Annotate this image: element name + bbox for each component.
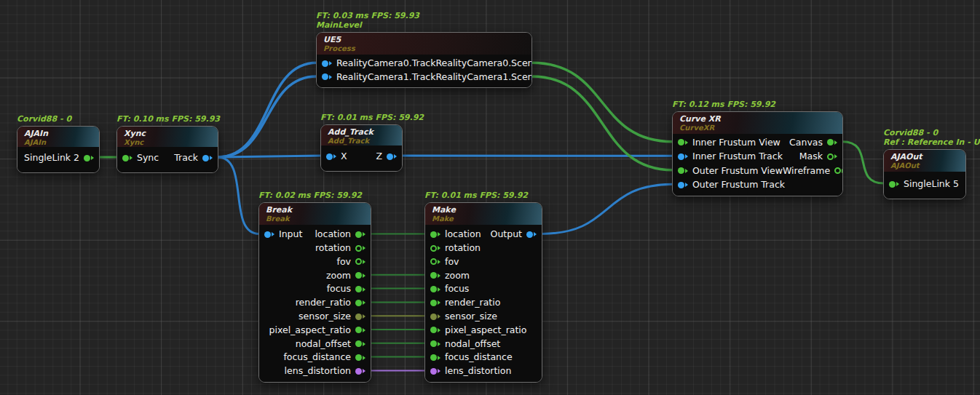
wire-xync-to-addtrack[interactable]	[218, 156, 321, 157]
port-outer-frustum-view-icon[interactable]	[678, 167, 688, 174]
output-mask[interactable]: Mask	[799, 152, 837, 161]
port-realitycamera0-track-icon[interactable]	[322, 60, 332, 67]
input-input[interactable]: Input	[264, 230, 302, 239]
input-outer-frustum-track[interactable]: Outer Frustum Track	[678, 180, 785, 190]
input-nodal-offset[interactable]: nodal_offset	[430, 340, 500, 349]
output-zoom[interactable]: zoom	[326, 271, 365, 281]
port-zoom-icon[interactable]	[355, 272, 365, 279]
port-nodal-offset-icon[interactable]	[430, 340, 440, 347]
output-canvas[interactable]: Canvas	[789, 138, 837, 148]
output-pixel-aspect-ratio[interactable]: pixel_aspect_ratio	[269, 326, 365, 335]
node-header[interactable]: BreakBreak	[259, 203, 371, 225]
port-location-icon[interactable]	[430, 231, 440, 238]
port-rotation-icon[interactable]	[430, 245, 440, 252]
input-realitycamera1-track[interactable]: RealityCamera1.Track	[322, 73, 435, 82]
node-header[interactable]: XyncXync	[117, 127, 218, 147]
input-focus[interactable]: focus	[430, 284, 469, 294]
port-singlelink-2-icon[interactable]	[84, 155, 94, 161]
input-x[interactable]: X	[326, 152, 347, 161]
input-inner-frustum-track[interactable]: Inner Frustum Track	[678, 152, 783, 161]
port-sensor-size-icon[interactable]	[430, 314, 440, 320]
input-sync[interactable]: Sync	[122, 153, 159, 163]
node-ajain[interactable]: AJAInAJAInSingleLink 2	[17, 126, 100, 173]
input-zoom[interactable]: zoom	[430, 271, 470, 281]
port-output-icon[interactable]	[526, 231, 537, 238]
output-focus-distance[interactable]: focus_distance	[283, 353, 365, 362]
port-nodal-offset-icon[interactable]	[355, 340, 365, 347]
port-singlelink-5-icon[interactable]	[889, 181, 899, 188]
node-xync[interactable]: XyncXyncSyncTrack	[116, 126, 218, 173]
input-fov[interactable]: fov	[430, 258, 459, 267]
input-render-ratio[interactable]: render_ratio	[430, 298, 500, 308]
output-sensor-size[interactable]: sensor_size	[299, 312, 365, 322]
output-singlelink-2[interactable]: SingleLink 2	[24, 153, 94, 163]
port-lens-distortion-icon[interactable]	[430, 368, 440, 375]
wire-xync-to-break[interactable]	[218, 157, 259, 234]
wire-curvexr-to-ajaout[interactable]	[842, 142, 884, 183]
port-outer-frustum-track-icon[interactable]	[678, 182, 688, 188]
input-location[interactable]: location	[430, 230, 481, 239]
node-header[interactable]: Curve XRCurveXR	[673, 112, 842, 134]
node-graph-canvas[interactable]: Corvid88 - 0AJAInAJAInSingleLink 2FT: 0.…	[0, 0, 980, 395]
node-header[interactable]: Add_TrackAdd_Track	[321, 125, 402, 145]
output-output[interactable]: Output	[491, 230, 537, 239]
port-focus-icon[interactable]	[355, 286, 365, 292]
port-inner-frustum-view-icon[interactable]	[678, 139, 688, 145]
node-addtrack[interactable]: Add_TrackAdd_TrackXZ	[320, 124, 403, 172]
node-header[interactable]: AJAOutAJAOut	[884, 150, 965, 172]
port-zoom-icon[interactable]	[430, 272, 440, 279]
port-lens-distortion-icon[interactable]	[355, 368, 365, 375]
output-realitycamera0-scene[interactable]: RealityCamera0.Scene	[435, 59, 532, 68]
node-ue5[interactable]: UE5ProcessRealityCamera0.TrackRealityCam…	[316, 32, 532, 88]
node-curvexr[interactable]: Curve XRCurveXRInner Frustum ViewCanvasI…	[672, 111, 843, 196]
node-header[interactable]: MakeMake	[425, 203, 542, 225]
output-realitycamera1-scene[interactable]: RealityCamera1.Scene	[435, 73, 532, 82]
input-pixel-aspect-ratio[interactable]: pixel_aspect_ratio	[430, 326, 526, 335]
input-inner-frustum-view[interactable]: Inner Frustum View	[678, 138, 781, 148]
input-realitycamera0-track[interactable]: RealityCamera0.Track	[322, 59, 435, 68]
port-sync-icon[interactable]	[122, 155, 133, 161]
output-lens-distortion[interactable]: lens_distortion	[285, 367, 365, 376]
output-track[interactable]: Track	[174, 153, 213, 163]
input-rotation[interactable]: rotation	[430, 244, 481, 253]
wire-xync-to-ue5[interactable]	[218, 63, 317, 157]
port-input-icon[interactable]	[264, 231, 274, 238]
port-inner-frustum-track-icon[interactable]	[678, 153, 688, 160]
port-focus-distance-icon[interactable]	[430, 354, 440, 361]
input-singlelink-5[interactable]: SingleLink 5	[889, 180, 959, 189]
port-x-icon[interactable]	[326, 153, 336, 160]
port-canvas-icon[interactable]	[827, 139, 837, 145]
output-render-ratio[interactable]: render_ratio	[296, 298, 365, 308]
port-fov-icon[interactable]	[430, 258, 440, 265]
port-z-icon[interactable]	[387, 153, 397, 160]
port-render-ratio-icon[interactable]	[430, 300, 440, 306]
node-header[interactable]: AJAInAJAIn	[17, 127, 99, 147]
node-ajaout[interactable]: AJAOutAJAOutSingleLink 5	[883, 149, 966, 199]
output-fov[interactable]: fov	[337, 258, 365, 267]
input-sensor-size[interactable]: sensor_size	[430, 312, 497, 322]
port-wireframe-icon[interactable]	[834, 167, 843, 174]
port-pixel-aspect-ratio-icon[interactable]	[430, 327, 440, 333]
port-sensor-size-icon[interactable]	[355, 314, 365, 320]
port-location-icon[interactable]	[355, 231, 365, 238]
wire-xync-to-ue5[interactable]	[218, 76, 317, 157]
input-outer-frustum-view[interactable]: Outer Frustum View	[678, 167, 783, 176]
port-focus-icon[interactable]	[430, 286, 440, 292]
port-rotation-icon[interactable]	[355, 245, 365, 252]
output-rotation[interactable]: rotation	[315, 244, 365, 253]
node-header[interactable]: UE5Process	[317, 33, 532, 55]
port-track-icon[interactable]	[202, 155, 213, 161]
port-realitycamera1-track-icon[interactable]	[322, 73, 332, 80]
output-nodal-offset[interactable]: nodal_offset	[296, 340, 365, 349]
input-focus-distance[interactable]: focus_distance	[430, 353, 513, 362]
output-z[interactable]: Z	[376, 152, 397, 161]
wire-make-to-curvexr[interactable]	[542, 184, 673, 234]
node-make[interactable]: MakeMakelocationOutputrotationfovzoomfoc…	[424, 202, 542, 383]
port-fov-icon[interactable]	[355, 258, 365, 265]
port-pixel-aspect-ratio-icon[interactable]	[355, 327, 365, 333]
output-focus[interactable]: focus	[327, 284, 365, 294]
output-wireframe[interactable]: Wireframe	[783, 167, 843, 176]
wire-ue5-to-curvexr[interactable]	[532, 63, 673, 141]
port-mask-icon[interactable]	[827, 153, 837, 160]
node-break[interactable]: BreakBreakInputlocationrotationfovzoomfo…	[258, 202, 371, 383]
